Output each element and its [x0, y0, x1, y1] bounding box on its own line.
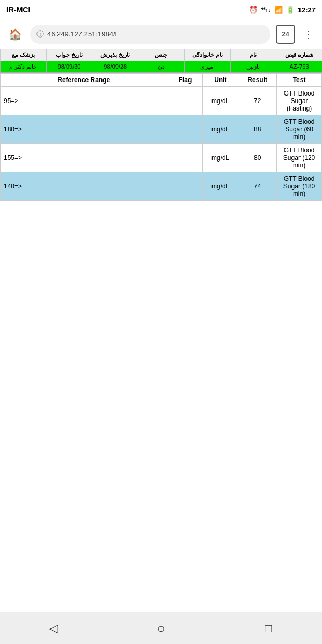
battery-icon: 🔋: [286, 6, 295, 14]
home-button[interactable]: [148, 618, 174, 639]
url-text: 46.249.127.251:1984/E: [47, 30, 120, 38]
status-bar: IR-MCI ⏰ ⁴⁶↑↓ 📶 🔋 12:27: [0, 0, 322, 19]
cell-unit: mg/dL: [203, 172, 238, 201]
results-table-wrapper: Reference Range Flag Unit Result Test 95…: [0, 73, 322, 612]
cell-flag: [167, 172, 203, 201]
col-header-reply-date: تاریخ جواب: [46, 49, 92, 61]
time-label: 12:27: [298, 6, 316, 14]
col-header-admit-date: تاریخ پذیرش: [92, 49, 138, 61]
patient-data-row: AZ-793 نازنین امیری دن 98/09/28 98/09/30…: [0, 61, 322, 73]
cell-result: 88: [238, 115, 277, 144]
col-header-unit: Unit: [203, 74, 238, 87]
cell-flag: [167, 87, 203, 115]
col-header-receipt: شماره قبض: [276, 49, 322, 61]
patient-doctor: خانم دکتر م: [0, 61, 46, 72]
patient-gender: دن: [138, 61, 184, 72]
browser-home-button[interactable]: 🏠: [5, 25, 25, 44]
patient-name: نازنین: [230, 61, 276, 72]
status-icons: ⏰ ⁴⁶↑↓ 📶 🔋 12:27: [249, 6, 316, 14]
cell-result: 80: [238, 144, 277, 172]
recents-button[interactable]: [255, 618, 282, 639]
patient-header-row: شماره قبض نام نام خانوادگی جنس تاریخ پذی…: [0, 49, 322, 61]
cell-reference: 140=>: [1, 172, 167, 201]
cell-test: GTT Blood Sugar (180 min): [277, 172, 322, 201]
cell-unit: mg/dL: [203, 87, 238, 115]
signal-bars-icon: 📶: [274, 6, 283, 14]
col-header-flag: Flag: [167, 74, 203, 87]
cell-test: GTT Blood Sugar (60 min): [277, 115, 322, 144]
col-header-gender: جنس: [138, 49, 184, 61]
table-row: 140=>mg/dL74GTT Blood Sugar (180 min): [1, 172, 322, 201]
col-header-doctor: پزشک مع: [0, 49, 46, 61]
cell-reference: 180=>: [1, 115, 167, 144]
col-header-test: Test: [277, 74, 322, 87]
cell-reference: 155=>: [1, 144, 167, 172]
col-header-result: Result: [238, 74, 277, 87]
patient-reply-date: 98/09/30: [46, 61, 92, 72]
cell-flag: [167, 144, 203, 172]
cell-unit: mg/dL: [203, 144, 238, 172]
results-table: Reference Range Flag Unit Result Test 95…: [0, 73, 322, 201]
cell-flag: [167, 115, 203, 144]
tab-count-button[interactable]: 24: [276, 25, 295, 44]
info-icon: ⓘ: [36, 30, 44, 39]
cell-test: GTT Blood Sugar (Fasting): [277, 87, 322, 115]
carrier-label: IR-MCI: [6, 5, 30, 14]
cell-reference: 95=>: [1, 87, 167, 115]
table-row: 155=>mg/dL80GTT Blood Sugar (120 min): [1, 144, 322, 172]
alarm-icon: ⏰: [249, 6, 258, 14]
cell-result: 72: [238, 87, 277, 115]
table-row: 180=>mg/dL88GTT Blood Sugar (60 min): [1, 115, 322, 144]
table-row: 95=>mg/dL72GTT Blood Sugar (Fasting): [1, 87, 322, 115]
patient-receipt: AZ-793: [276, 61, 322, 72]
cell-unit: mg/dL: [203, 115, 238, 144]
col-header-reference: Reference Range: [1, 74, 167, 87]
bottom-navigation: [0, 612, 322, 644]
cell-result: 74: [238, 172, 277, 201]
col-header-name: نام: [230, 49, 276, 61]
table-header-row: Reference Range Flag Unit Result Test: [1, 74, 322, 87]
address-bar[interactable]: ⓘ 46.249.127.251:1984/E: [30, 25, 270, 44]
back-button[interactable]: [40, 618, 67, 639]
col-header-family: نام خانوادگی: [184, 49, 230, 61]
cell-test: GTT Blood Sugar (120 min): [277, 144, 322, 172]
patient-family: امیری: [184, 61, 230, 72]
signal-label: ⁴⁶↑↓: [261, 6, 271, 13]
patient-admit-date: 98/09/28: [92, 61, 138, 72]
browser-menu-button[interactable]: ⋮: [301, 25, 317, 44]
browser-bar: 🏠 ⓘ 46.249.127.251:1984/E 24 ⋮: [0, 19, 322, 49]
